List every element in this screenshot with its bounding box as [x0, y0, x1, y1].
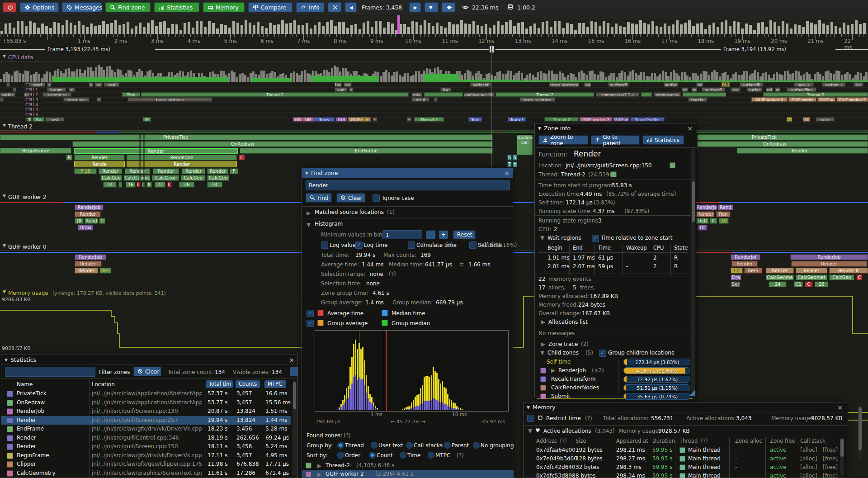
cpu-zone-chip[interactable]: au: [344, 82, 352, 87]
zone-bar[interactable]: Render: [99, 168, 122, 174]
zone-bar[interactable]: Render: [75, 211, 101, 217]
zoom-to-zone-button[interactable]: Zoom to zone: [538, 135, 588, 145]
scrollbar-thumb[interactable]: [692, 181, 695, 222]
zone-bar[interactable]: Render: [182, 168, 205, 174]
zone-bar[interactable]: ReR: [696, 218, 709, 224]
find-zone-titlebar[interactable]: ▼Find zone×: [302, 168, 513, 178]
statistics-row[interactable]: EndFramejni/../jni/src/claw/gfx/drv/vk/D…: [1, 425, 291, 433]
zone-bar[interactable]: RerS: [744, 268, 762, 274]
zone-bar[interactable]: [118, 182, 122, 188]
cpu-zone-chip[interactable]: rol: [696, 82, 703, 87]
zone-bar[interactable]: RenderJob: [790, 254, 868, 260]
legend-checkbox[interactable]: ✓: [307, 320, 314, 327]
cpu-zone-chip[interactable]: se: [95, 82, 102, 87]
power-button[interactable]: [3, 2, 16, 12]
checkbox-log-time[interactable]: ✓: [355, 241, 363, 249]
min-bin-input[interactable]: 1: [382, 230, 422, 239]
frame-separator-bar[interactable]: Frame 3,193 (22.45 ms)Frame 3,194 (13.92…: [0, 45, 868, 54]
zone-bar[interactable]: C1: [794, 281, 803, 287]
cpu-zone-chip[interactable]: audioserver [Au: [464, 92, 495, 97]
child-zone-time-bar[interactable]: 72.92 μs (1.62%): [623, 376, 690, 383]
radio-button[interactable]: [406, 442, 413, 449]
zone-bar[interactable]: Rende: [74, 161, 125, 167]
focus-frame-button[interactable]: [442, 2, 455, 12]
cpu-zone-chip[interactable]: ssurf: [30, 82, 45, 87]
cpu-zone-chip[interactable]: si: [69, 87, 75, 92]
zone-bar[interactable]: S: [507, 155, 512, 161]
col-total-time-button[interactable]: Total tim: [206, 380, 233, 388]
zone-bar[interactable]: CalcGeo: [100, 175, 122, 181]
cpu-zone-chip[interactable]: kw: [440, 87, 451, 92]
window-find-zone[interactable]: ▼Find zone×RenderFindClearIgnore case▶Ma…: [302, 168, 513, 478]
zone-bar[interactable]: 22: [155, 182, 165, 188]
compare-button[interactable]: Compare: [248, 2, 292, 12]
cpu-zone-chip[interactable]: tracy_systrace: [520, 97, 555, 102]
cpu-zone-chip[interactable]: au: [731, 87, 741, 92]
cpu-zone-chip[interactable]: s: [787, 117, 792, 122]
zone-bar[interactable]: C: [167, 182, 172, 188]
radio-button[interactable]: [337, 442, 344, 449]
collapse-icon[interactable]: ▼: [527, 405, 530, 410]
cpu-zone-chip[interactable]: GUI: [335, 117, 347, 122]
zone-bar[interactable]: Dr: [698, 225, 707, 231]
cpu-zone-chip[interactable]: syst: [45, 117, 64, 122]
cpu-zone-chip[interactable]: [6, 82, 10, 87]
zone-bar[interactable]: 26: [179, 182, 194, 188]
cpu-zone-chip[interactable]: [683, 92, 726, 97]
checkbox-cumulate-time[interactable]: [408, 241, 415, 249]
next-frame-button[interactable]: ▶: [409, 2, 421, 12]
time-ruler[interactable]: +55.83 s1 ms2 ms3 ms4 ms5 ms6 ms7 ms8 ms…: [0, 34, 868, 45]
zone-bar[interactable]: EndFrame: [240, 148, 493, 154]
checkbox-self-time[interactable]: [469, 241, 476, 249]
zone-bar[interactable]: CalcGeo: [207, 175, 229, 181]
zone-bar[interactable]: RenderJo: [696, 204, 717, 210]
cpu-zone-chip[interactable]: (s: [24, 92, 30, 97]
collapse-icon[interactable]: ▼: [5, 358, 8, 362]
collapse-icon[interactable]: ▼: [3, 54, 6, 58]
cpu-zone-chip[interactable]: s: [349, 87, 354, 92]
clipped-control[interactable]: [290, 367, 298, 376]
cpu-zone-chip[interactable]: ~: [97, 97, 101, 102]
cpu-zone-chip[interactable]: [au: [335, 82, 342, 87]
zone-bar[interactable]: 9: [99, 218, 105, 224]
memory-row[interactable]: 0x7dfc53d8988 bytes298.34 ms59.95 sMain …: [524, 472, 840, 478]
cpu-zone-chip[interactable]: m|a: [411, 92, 422, 97]
cpu-zone-chip[interactable]: surfac: [747, 87, 762, 92]
cpu-zone-chip[interactable]: AB: [722, 82, 730, 87]
zone-bar[interactable]: F 18: [74, 168, 97, 174]
statistics-scrollbar[interactable]: [292, 380, 297, 476]
collapse-icon[interactable]: ▼: [3, 243, 6, 248]
zone-bar[interactable]: Render: [75, 268, 98, 274]
zone-bar[interactable]: 24: [207, 182, 222, 188]
zone-bar[interactable]: Render: [74, 148, 238, 154]
zone-bar[interactable]: Render: [207, 168, 228, 174]
zone-bar[interactable]: T: [507, 161, 512, 167]
reset-button[interactable]: Reset: [453, 230, 476, 239]
cpu-zone-chip[interactable]: composer@2.1-s: [596, 92, 639, 97]
statistics-button[interactable]: Statistics: [154, 2, 199, 12]
cpu-zone-chip[interactable]: surfacefline: [787, 87, 816, 92]
tools-button[interactable]: [328, 2, 341, 12]
zone-bar[interactable]: Rencer: [766, 268, 794, 274]
cpu-zone-chip[interactable]: GUIF worker 0: [751, 97, 788, 102]
cpu-zone-chip[interactable]: system se: [42, 92, 71, 97]
zone-bar[interactable]: 5: [513, 155, 517, 161]
memory-button[interactable]: Memory: [203, 2, 245, 12]
cpu-zone-chip[interactable]: A: [362, 117, 367, 122]
find-button[interactable]: Find: [306, 193, 332, 203]
found-zone-row[interactable]: ▶GUIF worker 2(3,296) 4.61 s: [302, 470, 514, 478]
zone-bar[interactable]: Render: [125, 168, 150, 174]
zone-bar[interactable]: 18: [719, 218, 729, 224]
find-zone-button[interactable]: Find zone: [105, 2, 151, 12]
cpu-zone-chip[interactable]: GUIF worker 2: [580, 117, 612, 122]
info-button[interactable]: Info: [296, 2, 324, 12]
zone-bar[interactable]: t: [513, 161, 517, 167]
bin-plus-button[interactable]: +: [439, 230, 448, 239]
cpu-zone-chip[interactable]: composer@: [654, 92, 681, 97]
cpu-zone-chip[interactable]: M: [143, 117, 151, 122]
zone-bar[interactable]: Rend: [85, 218, 98, 224]
zone-bar[interactable]: 24: [769, 281, 787, 287]
restrict-time-checkbox[interactable]: [527, 415, 534, 422]
zone-bar[interactable]: 24: [103, 182, 117, 188]
cpu-zone-chip[interactable]: sen--s: [794, 82, 814, 87]
